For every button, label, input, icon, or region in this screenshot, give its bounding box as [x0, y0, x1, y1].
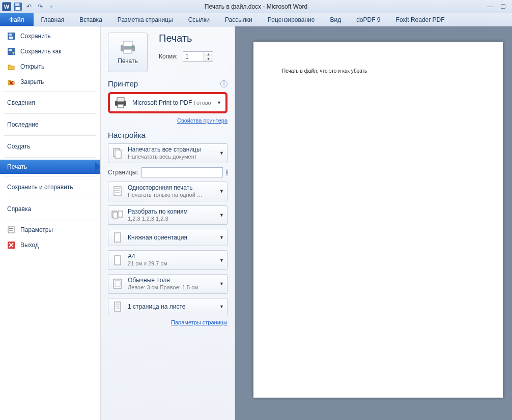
sidebar-item-new[interactable]: Создать	[0, 138, 100, 155]
dd-sub: 21 см x 29,7 см	[128, 260, 167, 267]
svg-rect-24	[115, 150, 121, 158]
svg-rect-4	[9, 34, 12, 36]
maximize-button[interactable]: ☐	[500, 3, 506, 10]
sidebar-item-label: Открыть	[20, 63, 44, 70]
window-controls: — ☐	[487, 3, 512, 10]
sidebar-item-label: Сохранить как	[20, 48, 61, 55]
save-icon[interactable]	[13, 2, 22, 11]
sidebar-item-save-as[interactable]: Сохранить как	[0, 44, 100, 59]
printer-properties-link[interactable]: Свойства принтера	[108, 117, 227, 124]
orientation-dropdown[interactable]: Книжная ориентация ▼	[108, 229, 227, 246]
tab-pagelayout[interactable]: Разметка страницы	[110, 13, 181, 26]
preview-page: Печать в файл, что это и как убрать	[253, 42, 503, 398]
tab-insert[interactable]: Вставка	[72, 13, 110, 26]
open-icon	[7, 63, 15, 71]
preview-text: Печать в файл, что это и как убрать	[282, 68, 474, 74]
chevron-down-icon: ▼	[219, 304, 224, 309]
tab-view[interactable]: Вид	[322, 13, 349, 26]
svg-rect-5	[9, 37, 13, 39]
collate-icon	[111, 209, 124, 221]
redo-icon[interactable]: ↷	[36, 2, 45, 11]
printer-status: Готово	[194, 100, 211, 106]
dd-sub: Печатать только на одной …	[128, 192, 203, 199]
dd-title: Книжная ориентация	[128, 234, 187, 241]
spinner-buttons[interactable]: ▲▼	[204, 52, 213, 61]
collate-dropdown[interactable]: Разобрать по копиям 1,2,3 1,2,3 1,2,3 ▼	[108, 205, 227, 225]
print-button[interactable]: Печать	[108, 33, 148, 72]
sidebar-item-print[interactable]: Печать	[0, 160, 100, 174]
paper-icon	[111, 254, 124, 266]
printer-name: Microsoft Print to PDF	[132, 99, 192, 106]
one-side-icon	[111, 185, 124, 197]
chevron-down-icon: ▼	[219, 235, 224, 240]
sidebar-item-options[interactable]: Параметры	[0, 222, 100, 237]
word-app-icon[interactable]: W	[2, 2, 11, 11]
svg-rect-1	[15, 3, 19, 6]
svg-rect-28	[115, 192, 120, 193]
sidebar-item-close[interactable]: Закрыть	[0, 74, 100, 89]
tab-mailings[interactable]: Рассылки	[217, 13, 260, 26]
sides-dropdown[interactable]: Односторонняя печать Печатать только на …	[108, 182, 227, 201]
dd-title: Напечатать все страницы	[128, 146, 201, 154]
dd-title: 1 страница на листе	[128, 303, 185, 310]
copies-spinner[interactable]: ▲▼	[183, 51, 213, 62]
svg-rect-38	[116, 306, 120, 307]
file-tab[interactable]: Файл	[0, 13, 34, 26]
chevron-up-icon[interactable]: ▲	[204, 52, 213, 56]
separator	[4, 220, 96, 220]
print-preview: Печать в файл, что это и как убрать	[235, 26, 512, 420]
svg-rect-37	[116, 304, 120, 305]
title-bar: W ↶ ↷ ▾ Печать в файл.docx - Microsoft W…	[0, 0, 512, 13]
tab-references[interactable]: Ссылки	[181, 13, 217, 26]
pages-input[interactable]	[141, 167, 223, 177]
svg-rect-27	[115, 190, 120, 191]
info-icon[interactable]: i	[226, 169, 228, 176]
svg-rect-32	[115, 233, 121, 242]
svg-rect-26	[115, 188, 120, 189]
sidebar-item-label: Печать	[7, 163, 27, 170]
paper-size-dropdown[interactable]: A4 21 см x 29,7 см ▼	[108, 250, 227, 270]
tab-dopdf[interactable]: doPDF 9	[349, 13, 388, 26]
chevron-down-icon: ▼	[219, 189, 224, 194]
margins-dropdown[interactable]: Обычные поля Левое: 3 см Правое: 1,5 см …	[108, 274, 227, 294]
dd-title: Разобрать по копиям	[128, 208, 188, 216]
tab-foxit[interactable]: Foxit Reader PDF	[388, 13, 452, 26]
svg-rect-22	[118, 104, 124, 108]
dd-title: Обычные поля	[128, 277, 198, 284]
undo-icon[interactable]: ↶	[24, 2, 34, 11]
close-folder-icon	[7, 78, 15, 86]
settings-heading: Настройка	[108, 131, 146, 139]
sidebar-item-exit[interactable]: Выход	[0, 237, 100, 253]
print-range-dropdown[interactable]: Напечатать все страницы Напечатать весь …	[108, 143, 227, 163]
qat-dropdown-icon[interactable]: ▾	[47, 2, 56, 11]
sidebar-item-recent[interactable]: Последние	[0, 116, 100, 133]
svg-rect-30	[113, 212, 118, 218]
tab-review[interactable]: Рецензирование	[260, 13, 323, 26]
minimize-button[interactable]: —	[487, 3, 493, 10]
sidebar-item-save[interactable]: Сохранить	[0, 28, 100, 44]
printer-dropdown[interactable]: Microsoft Print to PDF Готово ▼	[108, 92, 227, 113]
chevron-down-icon: ▼	[219, 151, 224, 156]
tab-home[interactable]: Главная	[34, 13, 72, 26]
sidebar-item-help[interactable]: Справка	[0, 200, 100, 218]
chevron-down-icon[interactable]: ▼	[204, 56, 213, 61]
info-icon[interactable]: i	[220, 80, 227, 87]
sidebar-item-info[interactable]: Сведения	[0, 94, 100, 111]
sidebar-item-label: Выход	[20, 242, 39, 249]
page-setup-link[interactable]: Параметры страницы	[108, 319, 227, 325]
backstage-sidebar: Сохранить Сохранить как Открыть Закрыть …	[0, 26, 101, 420]
save-as-icon	[7, 47, 15, 55]
copies-input[interactable]	[183, 52, 204, 61]
sidebar-item-open[interactable]: Открыть	[0, 59, 100, 74]
sidebar-item-label: Закрыть	[20, 78, 44, 85]
svg-rect-33	[115, 256, 121, 265]
chevron-down-icon: ▼	[219, 258, 224, 263]
quick-access-toolbar: W ↶ ↷ ▾	[0, 2, 56, 11]
portrait-icon	[111, 231, 124, 244]
one-per-sheet-icon	[111, 301, 124, 313]
separator	[4, 113, 96, 114]
pages-per-sheet-dropdown[interactable]: 1 страница на листе ▼	[108, 298, 227, 315]
dd-sub: Напечатать весь документ	[128, 154, 201, 161]
dd-title: Односторонняя печать	[128, 184, 203, 192]
sidebar-item-save-send[interactable]: Сохранить и отправить	[0, 178, 100, 196]
